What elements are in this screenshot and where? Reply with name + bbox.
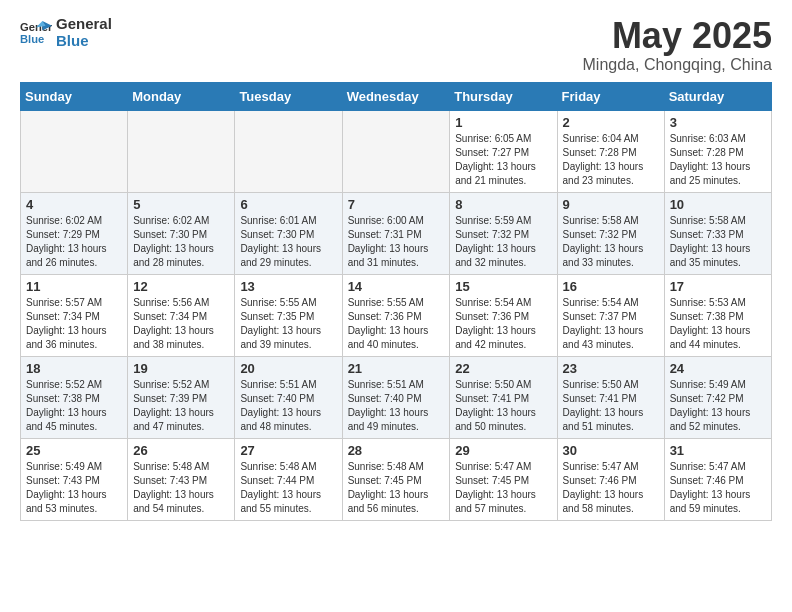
day-info: Sunrise: 5:53 AM Sunset: 7:38 PM Dayligh… — [670, 296, 766, 352]
day-cell: 14Sunrise: 5:55 AM Sunset: 7:36 PM Dayli… — [342, 274, 450, 356]
day-number: 1 — [455, 115, 551, 130]
day-number: 12 — [133, 279, 229, 294]
weekday-friday: Friday — [557, 82, 664, 110]
day-number: 8 — [455, 197, 551, 212]
day-cell: 15Sunrise: 5:54 AM Sunset: 7:36 PM Dayli… — [450, 274, 557, 356]
day-number: 13 — [240, 279, 336, 294]
day-cell — [235, 110, 342, 192]
day-number: 30 — [563, 443, 659, 458]
day-cell: 1Sunrise: 6:05 AM Sunset: 7:27 PM Daylig… — [450, 110, 557, 192]
weekday-tuesday: Tuesday — [235, 82, 342, 110]
svg-text:Blue: Blue — [20, 33, 44, 45]
day-cell: 28Sunrise: 5:48 AM Sunset: 7:45 PM Dayli… — [342, 438, 450, 520]
day-number: 6 — [240, 197, 336, 212]
day-info: Sunrise: 5:47 AM Sunset: 7:46 PM Dayligh… — [670, 460, 766, 516]
day-number: 20 — [240, 361, 336, 376]
day-info: Sunrise: 5:50 AM Sunset: 7:41 PM Dayligh… — [455, 378, 551, 434]
day-cell: 10Sunrise: 5:58 AM Sunset: 7:33 PM Dayli… — [664, 192, 771, 274]
day-number: 14 — [348, 279, 445, 294]
day-info: Sunrise: 5:54 AM Sunset: 7:36 PM Dayligh… — [455, 296, 551, 352]
day-cell: 19Sunrise: 5:52 AM Sunset: 7:39 PM Dayli… — [128, 356, 235, 438]
day-cell: 5Sunrise: 6:02 AM Sunset: 7:30 PM Daylig… — [128, 192, 235, 274]
day-info: Sunrise: 6:02 AM Sunset: 7:30 PM Dayligh… — [133, 214, 229, 270]
day-cell: 25Sunrise: 5:49 AM Sunset: 7:43 PM Dayli… — [21, 438, 128, 520]
day-info: Sunrise: 5:48 AM Sunset: 7:45 PM Dayligh… — [348, 460, 445, 516]
day-number: 18 — [26, 361, 122, 376]
day-info: Sunrise: 6:05 AM Sunset: 7:27 PM Dayligh… — [455, 132, 551, 188]
weekday-thursday: Thursday — [450, 82, 557, 110]
day-number: 31 — [670, 443, 766, 458]
calendar-table: SundayMondayTuesdayWednesdayThursdayFrid… — [20, 82, 772, 521]
day-info: Sunrise: 5:54 AM Sunset: 7:37 PM Dayligh… — [563, 296, 659, 352]
day-number: 2 — [563, 115, 659, 130]
day-info: Sunrise: 5:48 AM Sunset: 7:43 PM Dayligh… — [133, 460, 229, 516]
day-cell — [128, 110, 235, 192]
day-cell: 13Sunrise: 5:55 AM Sunset: 7:35 PM Dayli… — [235, 274, 342, 356]
day-info: Sunrise: 6:00 AM Sunset: 7:31 PM Dayligh… — [348, 214, 445, 270]
weekday-saturday: Saturday — [664, 82, 771, 110]
day-cell: 7Sunrise: 6:00 AM Sunset: 7:31 PM Daylig… — [342, 192, 450, 274]
day-info: Sunrise: 5:51 AM Sunset: 7:40 PM Dayligh… — [348, 378, 445, 434]
day-cell: 18Sunrise: 5:52 AM Sunset: 7:38 PM Dayli… — [21, 356, 128, 438]
day-number: 22 — [455, 361, 551, 376]
day-info: Sunrise: 5:52 AM Sunset: 7:39 PM Dayligh… — [133, 378, 229, 434]
weekday-sunday: Sunday — [21, 82, 128, 110]
title-block: May 2025 Mingda, Chongqing, China — [583, 16, 772, 74]
day-number: 23 — [563, 361, 659, 376]
day-cell: 30Sunrise: 5:47 AM Sunset: 7:46 PM Dayli… — [557, 438, 664, 520]
day-info: Sunrise: 5:55 AM Sunset: 7:36 PM Dayligh… — [348, 296, 445, 352]
day-number: 7 — [348, 197, 445, 212]
day-cell: 16Sunrise: 5:54 AM Sunset: 7:37 PM Dayli… — [557, 274, 664, 356]
day-info: Sunrise: 6:04 AM Sunset: 7:28 PM Dayligh… — [563, 132, 659, 188]
week-row-5: 25Sunrise: 5:49 AM Sunset: 7:43 PM Dayli… — [21, 438, 772, 520]
day-info: Sunrise: 5:58 AM Sunset: 7:32 PM Dayligh… — [563, 214, 659, 270]
day-cell — [21, 110, 128, 192]
day-number: 24 — [670, 361, 766, 376]
day-cell: 22Sunrise: 5:50 AM Sunset: 7:41 PM Dayli… — [450, 356, 557, 438]
day-info: Sunrise: 6:02 AM Sunset: 7:29 PM Dayligh… — [26, 214, 122, 270]
day-number: 26 — [133, 443, 229, 458]
day-cell: 23Sunrise: 5:50 AM Sunset: 7:41 PM Dayli… — [557, 356, 664, 438]
day-cell: 8Sunrise: 5:59 AM Sunset: 7:32 PM Daylig… — [450, 192, 557, 274]
day-cell: 4Sunrise: 6:02 AM Sunset: 7:29 PM Daylig… — [21, 192, 128, 274]
calendar-subtitle: Mingda, Chongqing, China — [583, 56, 772, 74]
day-number: 11 — [26, 279, 122, 294]
day-info: Sunrise: 5:50 AM Sunset: 7:41 PM Dayligh… — [563, 378, 659, 434]
day-cell: 26Sunrise: 5:48 AM Sunset: 7:43 PM Dayli… — [128, 438, 235, 520]
week-row-1: 1Sunrise: 6:05 AM Sunset: 7:27 PM Daylig… — [21, 110, 772, 192]
day-info: Sunrise: 5:47 AM Sunset: 7:45 PM Dayligh… — [455, 460, 551, 516]
day-number: 16 — [563, 279, 659, 294]
day-info: Sunrise: 6:01 AM Sunset: 7:30 PM Dayligh… — [240, 214, 336, 270]
day-cell: 27Sunrise: 5:48 AM Sunset: 7:44 PM Dayli… — [235, 438, 342, 520]
week-row-4: 18Sunrise: 5:52 AM Sunset: 7:38 PM Dayli… — [21, 356, 772, 438]
day-info: Sunrise: 5:55 AM Sunset: 7:35 PM Dayligh… — [240, 296, 336, 352]
day-info: Sunrise: 5:51 AM Sunset: 7:40 PM Dayligh… — [240, 378, 336, 434]
logo-icon: General Blue — [20, 19, 52, 47]
header: General Blue General Blue May 2025 Mingd… — [20, 16, 772, 74]
day-info: Sunrise: 5:52 AM Sunset: 7:38 PM Dayligh… — [26, 378, 122, 434]
day-cell: 31Sunrise: 5:47 AM Sunset: 7:46 PM Dayli… — [664, 438, 771, 520]
day-number: 3 — [670, 115, 766, 130]
day-cell: 3Sunrise: 6:03 AM Sunset: 7:28 PM Daylig… — [664, 110, 771, 192]
day-cell: 11Sunrise: 5:57 AM Sunset: 7:34 PM Dayli… — [21, 274, 128, 356]
day-number: 19 — [133, 361, 229, 376]
day-number: 4 — [26, 197, 122, 212]
day-cell: 6Sunrise: 6:01 AM Sunset: 7:30 PM Daylig… — [235, 192, 342, 274]
day-cell: 17Sunrise: 5:53 AM Sunset: 7:38 PM Dayli… — [664, 274, 771, 356]
day-number: 15 — [455, 279, 551, 294]
day-number: 28 — [348, 443, 445, 458]
week-row-2: 4Sunrise: 6:02 AM Sunset: 7:29 PM Daylig… — [21, 192, 772, 274]
day-cell: 2Sunrise: 6:04 AM Sunset: 7:28 PM Daylig… — [557, 110, 664, 192]
day-cell: 24Sunrise: 5:49 AM Sunset: 7:42 PM Dayli… — [664, 356, 771, 438]
day-info: Sunrise: 5:49 AM Sunset: 7:42 PM Dayligh… — [670, 378, 766, 434]
day-cell: 21Sunrise: 5:51 AM Sunset: 7:40 PM Dayli… — [342, 356, 450, 438]
weekday-wednesday: Wednesday — [342, 82, 450, 110]
day-info: Sunrise: 5:57 AM Sunset: 7:34 PM Dayligh… — [26, 296, 122, 352]
day-number: 25 — [26, 443, 122, 458]
weekday-monday: Monday — [128, 82, 235, 110]
day-number: 29 — [455, 443, 551, 458]
day-number: 21 — [348, 361, 445, 376]
day-number: 17 — [670, 279, 766, 294]
day-number: 9 — [563, 197, 659, 212]
day-number: 10 — [670, 197, 766, 212]
